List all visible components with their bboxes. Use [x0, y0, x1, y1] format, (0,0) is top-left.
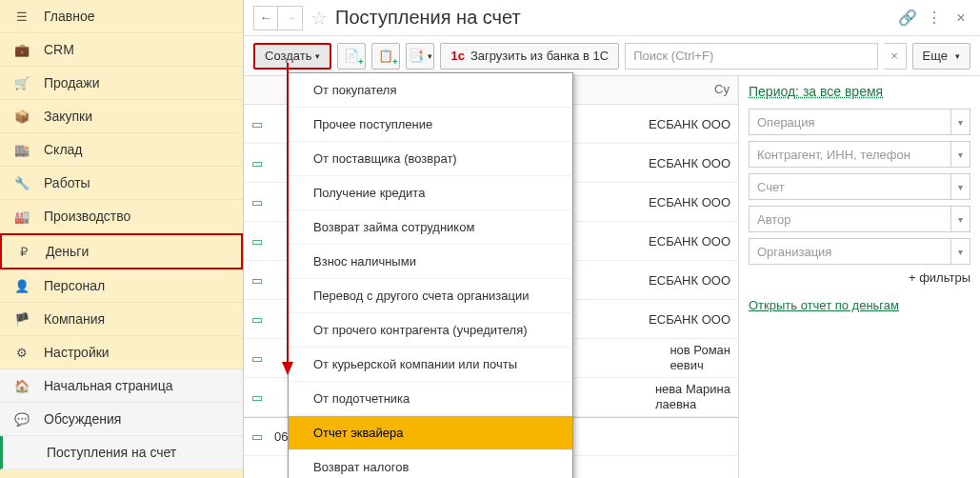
person-icon: 👤 [13, 277, 30, 294]
more-button[interactable]: Еще▾ [912, 43, 970, 70]
ruble-icon: ₽ [15, 243, 32, 260]
table-column[interactable]: Су [558, 76, 738, 104]
dropdown-item[interactable]: Взнос наличными [289, 245, 572, 279]
box-icon: 📦 [13, 108, 30, 125]
nav-back-button[interactable]: ← [253, 6, 278, 30]
doc-add-button[interactable]: 📄+ [337, 43, 366, 70]
more-filters-link[interactable]: + фильтры [749, 270, 970, 285]
chevron-down-icon[interactable]: ▾ [950, 207, 970, 231]
dropdown-item[interactable]: От поставщика (возврат) [289, 142, 572, 176]
sidebar-item-main[interactable]: ☰Главное [0, 0, 243, 33]
sidebar-item-sales[interactable]: 🛒Продажи [0, 67, 243, 100]
dropdown-item[interactable]: Возврат налогов [289, 450, 572, 478]
filter-account[interactable]: Счет▾ [749, 173, 970, 200]
sidebar-item-crm[interactable]: 💼CRM [0, 33, 243, 67]
sidebar: ☰Главное 💼CRM 🛒Продажи 📦Закупки 🏬Склад 🔧… [0, 0, 244, 478]
nav-forward-button[interactable]: → [278, 6, 303, 30]
search-input[interactable]: Поиск (Ctrl+F) [625, 43, 877, 70]
chat-icon: 💬 [13, 410, 30, 428]
sidebar-home[interactable]: 🏠Начальная страница [0, 369, 243, 403]
sidebar-item-money[interactable]: ₽Деньги [0, 233, 243, 269]
open-report-link[interactable]: Открыть отчет по деньгам [749, 298, 899, 312]
sidebar-item-label: Начальная страница [44, 378, 172, 393]
dropdown-item[interactable]: От подотчетника [289, 382, 572, 416]
sidebar-item-label: Главное [44, 9, 95, 24]
cell: нева Марина лаевна [655, 382, 730, 411]
more-label: Еще [923, 49, 948, 63]
doc-icon: ▭ [251, 429, 269, 444]
sidebar-item-label: Поступления на счет [47, 445, 176, 460]
sidebar-discussions[interactable]: 💬Обсуждения [0, 403, 243, 436]
sidebar-tab-receipts[interactable]: Поступления на счет [0, 436, 243, 469]
sidebar-item-label: Продажи [44, 75, 99, 90]
form-icon: 📋 [378, 49, 393, 63]
dropdown-item[interactable]: Получение кредита [289, 176, 572, 210]
wrench-icon: 🔧 [13, 174, 30, 191]
dropdown-item[interactable]: От прочего контрагента (учредителя) [289, 313, 572, 348]
clear-search-button[interactable]: × [884, 43, 907, 70]
filter-placeholder: Операция [750, 115, 950, 129]
cell: ЕСБАНК ООО [649, 273, 730, 288]
filter-placeholder: Автор [750, 212, 950, 227]
home-icon: 🏠 [13, 377, 30, 394]
dropdown-item[interactable]: Прочее поступление [289, 108, 572, 142]
chevron-down-icon[interactable]: ▾ [950, 174, 970, 199]
doc-icon: ▭ [251, 390, 269, 405]
close-icon[interactable]: × [951, 9, 970, 28]
filter-panel: Период: за все время Операция▾ Контраген… [739, 76, 980, 478]
filter-organization[interactable]: Организация▾ [749, 238, 970, 265]
sidebar-item-warehouse[interactable]: 🏬Склад [0, 133, 243, 167]
form-add-button[interactable]: 📋+ [371, 43, 400, 70]
copy-button[interactable]: 📑▾ [406, 43, 434, 70]
filter-author[interactable]: Автор▾ [749, 206, 970, 232]
star-icon[interactable]: ☆ [310, 7, 328, 30]
chevron-down-icon[interactable]: ▾ [950, 110, 970, 134]
sidebar-item-label: Настройки [44, 345, 110, 360]
dropdown-item[interactable]: Возврат займа сотрудником [289, 210, 572, 245]
chevron-down-icon: ▾ [428, 51, 432, 61]
filter-placeholder: Организация [750, 245, 950, 259]
kebab-icon[interactable]: ⋮ [925, 9, 944, 28]
dropdown-item[interactable]: От курьерской компании или почты [289, 348, 572, 382]
cell: ЕСБАНК ООО [649, 117, 730, 131]
sidebar-item-settings[interactable]: ⚙Настройки [0, 336, 243, 369]
sidebar-item-works[interactable]: 🔧Работы [0, 167, 243, 200]
create-button[interactable]: Создать▾ [253, 43, 331, 70]
link-icon[interactable]: 🔗 [898, 9, 917, 28]
doc-icon: ▭ [251, 351, 269, 366]
chevron-down-icon[interactable]: ▾ [950, 239, 970, 264]
filter-counterparty[interactable]: Контрагент, ИНН, телефон▾ [749, 141, 970, 168]
sidebar-item-personnel[interactable]: 👤Персонал [0, 269, 243, 303]
dropdown-item[interactable]: Перевод с другого счета организации [289, 279, 572, 313]
dropdown-item[interactable]: От покупателя [289, 73, 572, 108]
dropdown-item-acquirer-report[interactable]: Отчет эквайера [289, 416, 572, 450]
sidebar-item-company[interactable]: 🏴Компания [0, 303, 243, 336]
gear-icon: ⚙ [13, 344, 30, 361]
filter-operation[interactable]: Операция▾ [749, 109, 970, 135]
column-label: Су [714, 82, 730, 96]
doc-icon: ▭ [251, 312, 269, 327]
titlebar: ← → ☆ Поступления на счет 🔗 ⋮ × [244, 0, 980, 36]
menu-icon: ☰ [13, 8, 30, 25]
sidebar-item-label: Компания [44, 311, 105, 327]
sidebar-item-label: Склад [44, 142, 83, 157]
chevron-down-icon[interactable]: ▾ [950, 142, 970, 167]
doc-icon: ▭ [251, 234, 269, 249]
sidebar-item-production[interactable]: 🏭Производство [0, 200, 243, 233]
blank-icon [16, 444, 33, 461]
cell: ЕСБАНК ООО [649, 195, 730, 209]
sidebar-item-label: CRM [44, 42, 74, 57]
sidebar-item-label: Производство [44, 209, 130, 224]
page-title: Поступления на счет [335, 7, 890, 29]
create-label: Создать [265, 49, 311, 63]
factory-icon: 🏭 [13, 208, 30, 225]
sidebar-item-label: Персонал [44, 278, 105, 293]
sidebar-item-purchases[interactable]: 📦Закупки [0, 100, 243, 133]
doc-icon: ▭ [251, 195, 269, 209]
search-placeholder: Поиск (Ctrl+F) [633, 49, 713, 63]
toolbar: Создать▾ 📄+ 📋+ 📑▾ 1cЗагрузить из банка в… [244, 36, 980, 76]
load-from-bank-button[interactable]: 1cЗагрузить из банка в 1С [440, 43, 619, 70]
create-dropdown: От покупателя Прочее поступление От пост… [288, 72, 573, 478]
doc-icon: ▭ [251, 273, 269, 288]
period-link[interactable]: Период: за все время [749, 84, 970, 99]
